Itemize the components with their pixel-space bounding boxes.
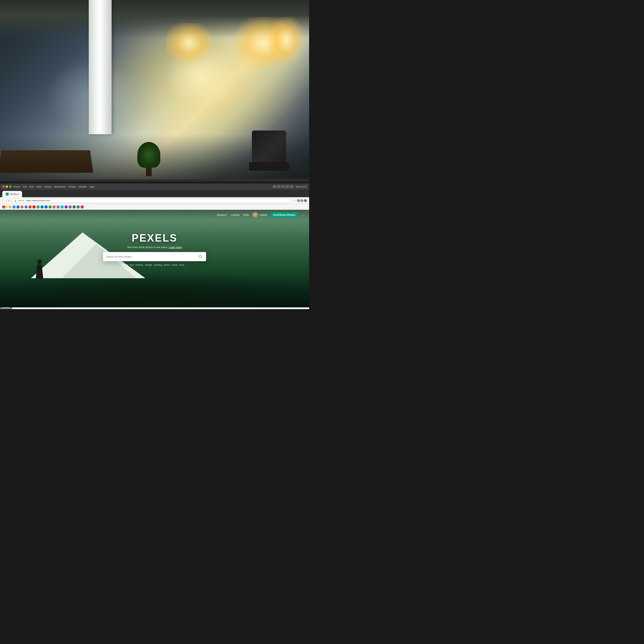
bookmark-gdrive[interactable]	[9, 206, 11, 208]
back-button[interactable]: ‹	[2, 199, 3, 202]
menu-file[interactable]: File	[23, 185, 27, 188]
bookmark-item-19[interactable]	[81, 206, 84, 208]
bookmark-item-16[interactable]	[69, 206, 72, 208]
bookmark-item-18[interactable]	[77, 206, 80, 208]
tag-vintage[interactable]: vintage	[145, 263, 152, 266]
bm-icon-9	[41, 206, 44, 208]
minimize-button[interactable]	[6, 185, 8, 188]
screen-container: hrome File Edit View History Bookmarks P…	[0, 179, 309, 309]
pexels-website: Browse ▾ License Tools D Daniel Contribu…	[0, 210, 309, 307]
user-name[interactable]: Daniel	[260, 214, 267, 216]
bookmark-item-11[interactable]	[49, 206, 52, 208]
bookmark-item-17[interactable]	[73, 206, 76, 208]
status-bar: Searches	[0, 306, 12, 309]
bookmark-star-icon[interactable]: ☆	[293, 199, 295, 202]
bookmark-item-10[interactable]	[45, 206, 48, 208]
pexels-navbar[interactable]: Browse ▾ License Tools D Daniel Contribu…	[0, 210, 309, 220]
tag-house[interactable]: house	[122, 263, 128, 266]
bookmark-item-13[interactable]	[57, 206, 60, 208]
bm-icon-12	[53, 206, 56, 208]
tag-meeting[interactable]: meeting	[154, 263, 162, 266]
menu-help[interactable]: Help	[90, 185, 94, 188]
browse-label: Browse	[217, 214, 226, 216]
bookmark-item-6[interactable]	[29, 206, 31, 208]
active-tab[interactable]: PEXELS	[2, 191, 22, 197]
bm-icon-4	[21, 206, 23, 208]
gcal-icon	[13, 206, 15, 208]
secure-icon: 🔒	[14, 199, 17, 202]
bookmark-item-14[interactable]	[61, 206, 64, 208]
gmail-icon	[2, 206, 5, 208]
toolbar-icon-2	[277, 185, 280, 188]
menu-bookmarks[interactable]: Bookmarks	[54, 185, 66, 188]
search-button[interactable]	[197, 254, 203, 259]
tools-nav-link[interactable]: Tools	[243, 214, 249, 216]
person-body	[36, 264, 43, 279]
bm-icon-17	[73, 206, 76, 208]
address-bar[interactable]: 🔒 Secure https://www.pexels.com	[12, 198, 291, 203]
bm-icon-14	[61, 206, 64, 208]
bookmark-item-15[interactable]	[65, 206, 68, 208]
bookmark-item-7[interactable]	[33, 206, 35, 208]
bm-icon-5	[25, 206, 27, 208]
bm-icon-7	[33, 206, 35, 208]
menu-edit[interactable]: Edit	[30, 185, 34, 188]
bookmark-item-9[interactable]	[41, 206, 44, 208]
browse-dropdown-arrow: ▾	[226, 214, 227, 216]
pexels-hero: Browse ▾ License Tools D Daniel Contribu…	[0, 210, 309, 307]
menu-chrome[interactable]: hrome	[14, 185, 20, 188]
status-text: Searches	[2, 307, 10, 309]
bookmark-gcal[interactable]	[13, 206, 15, 208]
tab-title: PEXELS	[10, 193, 19, 195]
gdrive-icon	[9, 206, 11, 208]
bookmarks-bar[interactable]: M	[0, 204, 309, 210]
browser-menu-bar[interactable]: hrome File Edit View History Bookmarks P…	[0, 183, 309, 190]
bookmark-item-12[interactable]	[53, 206, 56, 208]
menu-people[interactable]: People	[68, 185, 76, 188]
search-bar[interactable]	[103, 252, 206, 261]
bm-icon-16	[69, 206, 72, 208]
forward-button[interactable]: ›	[5, 199, 6, 202]
toolbar-icon-4	[286, 185, 289, 188]
browse-nav-link[interactable]: Browse ▾	[217, 214, 227, 216]
bookmark-item-4[interactable]	[21, 206, 23, 208]
search-tags[interactable]: house blur training vintage meeting phon…	[6, 263, 303, 266]
bm-icon-11	[49, 206, 52, 208]
tag-training[interactable]: training	[135, 263, 143, 266]
bookmark-item-5[interactable]	[25, 206, 27, 208]
bm-icon-15	[65, 206, 68, 208]
menu-items[interactable]: hrome File Edit View History Bookmarks P…	[14, 185, 94, 188]
reload-button[interactable]: ↻	[8, 199, 10, 202]
menu-history[interactable]: History	[44, 185, 52, 188]
maximize-button[interactable]	[9, 185, 11, 188]
window-controls[interactable]	[2, 185, 11, 188]
nav-more-button[interactable]: ···	[302, 213, 305, 217]
close-button[interactable]	[2, 185, 5, 188]
user-avatar[interactable]: D	[252, 212, 258, 218]
bm-icon-13	[57, 206, 60, 208]
tab-bar[interactable]: PEXELS	[0, 190, 309, 197]
tag-more[interactable]: more →	[179, 263, 187, 266]
tag-wood[interactable]: wood	[172, 263, 177, 266]
menu-view[interactable]: View	[36, 185, 41, 188]
bookmark-item-8[interactable]	[37, 206, 39, 208]
user-nav-area[interactable]: D Daniel	[252, 212, 267, 218]
bookmark-gmail[interactable]: M	[2, 206, 7, 208]
ext-icon-2	[301, 199, 303, 202]
address-bar-row[interactable]: ‹ › ↻ 🔒 Secure https://www.pexels.com ☆	[0, 197, 309, 204]
nav-links[interactable]: Browse ▾ License Tools D Daniel Contribu…	[217, 212, 305, 218]
bm-icon-6	[29, 206, 31, 208]
toolbar-icons	[273, 185, 293, 188]
contribute-photos-button[interactable]: Contribute Photos	[270, 212, 298, 218]
system-tray: Wed 16:15	[273, 185, 307, 188]
bookmark-item-3[interactable]	[17, 206, 19, 208]
menu-window[interactable]: Window	[78, 185, 86, 188]
license-nav-link[interactable]: License	[231, 214, 240, 216]
tag-blur[interactable]: blur	[130, 263, 134, 266]
tag-phone[interactable]: phone	[164, 263, 170, 266]
extension-icons	[297, 199, 307, 202]
pexels-site-title: PEXELS	[6, 232, 303, 244]
search-input[interactable]	[106, 255, 197, 258]
learn-more-link[interactable]: Learn more	[169, 246, 182, 248]
bm-icon-8	[37, 206, 39, 208]
